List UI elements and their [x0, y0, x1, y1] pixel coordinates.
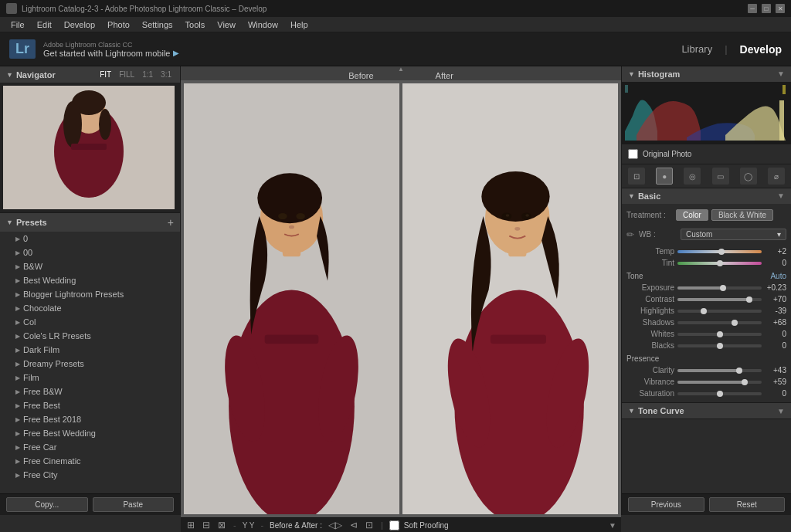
adjustment-brush-tool[interactable]: ⌀: [768, 168, 785, 185]
blacks-slider-track[interactable]: [677, 344, 762, 347]
graduated-filter-tool[interactable]: ▭: [712, 168, 729, 185]
crop-tool[interactable]: ⊡: [628, 168, 645, 185]
bw-treatment-button[interactable]: Black & White: [711, 209, 773, 221]
compare-view-icon[interactable]: ⊟: [201, 518, 212, 532]
temp-slider-track[interactable]: [677, 250, 762, 253]
menu-window[interactable]: Window: [242, 19, 284, 31]
nav-fill-btn[interactable]: FILL: [117, 69, 137, 80]
list-item[interactable]: ▶Free Best 2018: [0, 412, 180, 426]
menu-photo[interactable]: Photo: [101, 19, 136, 31]
list-item[interactable]: ▶Dark Film: [0, 343, 180, 357]
basic-menu-icon[interactable]: ▼: [777, 191, 785, 201]
soft-proofing-checkbox[interactable]: [389, 520, 399, 530]
paste-button[interactable]: Paste: [93, 497, 175, 512]
menu-develop[interactable]: Develop: [58, 19, 101, 31]
list-item[interactable]: ▶Free Best Wedding: [0, 426, 180, 440]
clarity-slider-thumb[interactable]: [736, 368, 742, 374]
menu-edit[interactable]: Edit: [31, 19, 58, 31]
list-item[interactable]: ▶Free Best: [0, 398, 180, 412]
nav-library[interactable]: Library: [681, 43, 712, 55]
fit-icon[interactable]: ⊡: [364, 518, 375, 532]
contrast-slider-thumb[interactable]: [746, 296, 752, 303]
saturation-slider-row: Saturation 0: [626, 388, 786, 399]
list-item[interactable]: ▶Cole's LR Presets: [0, 329, 180, 343]
reset-button[interactable]: Reset: [709, 497, 786, 512]
list-item[interactable]: ▶Blogger Lightroom Presets: [0, 287, 180, 301]
survey-view-icon[interactable]: ⊠: [216, 518, 227, 532]
list-item[interactable]: ▶Free B&W: [0, 385, 180, 398]
list-item[interactable]: ▶Free Car: [0, 440, 180, 454]
whites-slider-track[interactable]: [677, 333, 762, 336]
list-item[interactable]: ▶Free City: [0, 468, 180, 482]
tone-curve-collapse-icon[interactable]: ▼: [628, 407, 635, 415]
shadows-slider-track[interactable]: [677, 321, 762, 324]
shadows-slider-thumb[interactable]: [732, 320, 738, 326]
previous-button[interactable]: Previous: [628, 497, 704, 512]
copy-button[interactable]: Copy...: [6, 497, 88, 512]
clarity-slider-track[interactable]: [677, 369, 762, 372]
nav-3-1-btn[interactable]: 3:1: [158, 69, 174, 80]
contrast-slider-track[interactable]: [677, 298, 762, 301]
menu-file[interactable]: File: [5, 19, 31, 31]
copy-from-icon[interactable]: ⊲: [348, 518, 359, 532]
menu-settings[interactable]: Settings: [136, 19, 179, 31]
exposure-slider-track[interactable]: [677, 286, 762, 290]
saturation-slider-thumb[interactable]: [717, 391, 723, 397]
list-item[interactable]: ▶0: [0, 232, 180, 246]
navigator-collapse-icon[interactable]: ▼: [6, 71, 13, 79]
original-photo-checkbox[interactable]: [628, 149, 638, 159]
zoom-dropdown[interactable]: ▼: [609, 521, 616, 530]
menu-help[interactable]: Help: [284, 19, 314, 31]
histogram-menu-icon[interactable]: ▼: [777, 69, 785, 79]
blacks-slider-thumb[interactable]: [717, 343, 723, 349]
minimize-button[interactable]: ─: [748, 4, 757, 13]
list-item[interactable]: ▶Col: [0, 315, 180, 329]
close-button[interactable]: ✕: [776, 4, 785, 13]
list-item[interactable]: ▶00: [0, 246, 180, 259]
maximize-button[interactable]: □: [762, 4, 771, 13]
highlights-slider-thumb[interactable]: [701, 308, 707, 314]
nav-develop[interactable]: Develop: [740, 43, 782, 56]
color-treatment-button[interactable]: Color: [676, 209, 708, 221]
temp-slider-thumb[interactable]: [718, 249, 725, 255]
contrast-value: +70: [765, 295, 786, 303]
grid-view-icon[interactable]: ⊞: [185, 518, 196, 532]
whites-slider-thumb[interactable]: [717, 331, 723, 337]
radial-filter-tool[interactable]: ◯: [740, 168, 757, 185]
highlights-slider-track[interactable]: [677, 310, 762, 313]
vibrance-slider-thumb[interactable]: [742, 379, 748, 385]
histogram-collapse-icon[interactable]: ▼: [628, 70, 635, 78]
nav-1-1-btn[interactable]: 1:1: [140, 69, 155, 80]
tone-curve-menu-icon[interactable]: ▼: [777, 407, 785, 415]
tint-slider-track[interactable]: [677, 262, 762, 265]
list-item[interactable]: ▶Dreamy Presets: [0, 357, 180, 371]
list-item[interactable]: ▶Best Wedding: [0, 273, 180, 287]
presets-add-button[interactable]: +: [168, 216, 174, 229]
temp-slider-row: Temp +2: [626, 246, 786, 257]
basic-collapse-icon[interactable]: ▼: [628, 192, 635, 200]
wb-eyedropper-icon[interactable]: ✏: [626, 229, 634, 240]
wb-dropdown[interactable]: Custom ▾: [681, 229, 786, 240]
menu-tools[interactable]: Tools: [179, 19, 212, 31]
exposure-slider-thumb[interactable]: [720, 285, 726, 291]
vibrance-slider-track[interactable]: [677, 381, 762, 384]
window-controls[interactable]: ─ □ ✕: [748, 4, 785, 13]
list-item[interactable]: ▶Chocolate: [0, 301, 180, 315]
presets-collapse-icon[interactable]: ▼: [6, 219, 13, 226]
nav-fit-btn[interactable]: FIT: [97, 69, 114, 80]
spot-removal-tool[interactable]: ●: [656, 168, 673, 185]
list-item[interactable]: ▶B&W: [0, 259, 180, 273]
preset-name: Free Best Wedding: [23, 429, 96, 438]
navigator-controls[interactable]: FIT FILL 1:1 3:1: [97, 69, 174, 80]
saturation-slider-track[interactable]: [677, 392, 762, 395]
list-item[interactable]: ▶Free Cinematic: [0, 454, 180, 468]
auto-tone-button[interactable]: Auto: [770, 272, 786, 280]
swap-before-icon[interactable]: ◁▷: [327, 518, 344, 532]
tone-curve-section: ▼ Tone Curve ▼: [622, 403, 791, 419]
whites-slider-row: Whites 0: [626, 328, 786, 340]
app-icon: [6, 3, 17, 14]
tint-slider-thumb[interactable]: [717, 260, 723, 266]
list-item[interactable]: ▶Film: [0, 371, 180, 385]
redeye-tool[interactable]: ◎: [684, 168, 701, 185]
menu-view[interactable]: View: [211, 19, 242, 31]
